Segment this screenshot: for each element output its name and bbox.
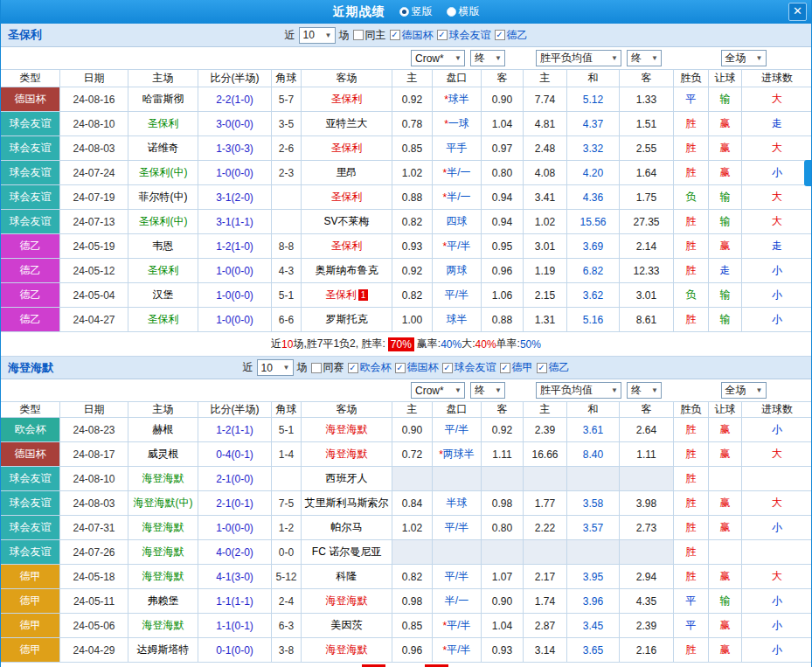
corner-count: 5-12 <box>272 565 302 589</box>
asian-away-odds: 0.92 <box>482 418 524 442</box>
filter-checkbox-德乙[interactable]: ✓德乙 <box>537 360 570 375</box>
euro-odds-select[interactable]: 胜平负均值▼ <box>536 382 621 399</box>
match-row: 德甲24-05-18海登海默4-1(3-0)5-12科隆0.82平/半1.072… <box>1 565 811 589</box>
euro-lose-odds <box>620 467 674 491</box>
filter-checkbox-德国杯[interactable]: ✓德国杯 <box>395 360 439 375</box>
layout-radio-vertical[interactable]: 竖版 <box>399 4 433 19</box>
summary-text: 50% <box>520 338 541 351</box>
handicap-result-flag: 赢 <box>709 234 742 259</box>
corner-count: 0-0 <box>272 540 302 565</box>
filter-checkbox-同主[interactable]: 同主 <box>353 28 386 43</box>
league-badge: 德甲 <box>1 638 60 663</box>
asian-home-odds: 0.92 <box>392 87 433 112</box>
match-row: 德乙24-05-19韦恩1-2(1-0)8-8圣保利0.93*平/半0.953.… <box>1 234 811 259</box>
odds-company-select[interactable]: Crow*▼ <box>411 50 465 66</box>
euro-time-select[interactable]: 终▼ <box>627 382 662 399</box>
asian-away-odds: 1.04 <box>482 614 524 638</box>
chevron-down-icon: ▼ <box>455 54 462 62</box>
league-badge: 球会友谊 <box>1 112 60 136</box>
match-score: 1-1(1-1) <box>198 589 272 614</box>
euro-lose-odds: 1.51 <box>620 112 674 136</box>
asian-home-odds: 1.02 <box>392 516 433 540</box>
match-date: 24-08-10 <box>60 112 128 136</box>
result-flag: 胜 <box>674 638 709 663</box>
corner-count: 4-3 <box>272 259 302 283</box>
col-header-goals: 进球数 <box>742 402 812 418</box>
asian-handicap: 两球 <box>433 259 482 283</box>
match-date: 24-05-12 <box>60 259 128 283</box>
home-team: 圣保利 <box>128 259 198 283</box>
handicap-value: 半/一 <box>447 165 470 180</box>
euro-win-odds <box>524 467 567 491</box>
recent-results-panel: 近期战绩 竖版 横版 ✕ 圣保利 近10▼场同主✓德国杯✓球会友谊✓德乙 Cro… <box>0 0 812 667</box>
summary-text: 40% <box>441 338 462 351</box>
chevron-down-icon: ▼ <box>283 364 290 372</box>
match-date: 24-08-03 <box>60 491 128 516</box>
checkbox-label: 德国杯 <box>407 360 439 375</box>
euro-odds-select[interactable]: 胜平负均值▼ <box>536 50 621 66</box>
close-icon[interactable]: ✕ <box>788 3 807 21</box>
checkbox-icon: ✓ <box>495 30 505 40</box>
summary-badge: 70% <box>388 337 414 351</box>
euro-win-odds: 3.14 <box>524 638 567 663</box>
summary-text: 10 <box>281 338 293 351</box>
col-header-asian-result: 让球 <box>709 70 742 87</box>
odds-time-select[interactable]: 终▼ <box>470 50 505 66</box>
asian-handicap: *球半 <box>433 87 482 112</box>
filter-checkbox-德甲[interactable]: ✓德甲 <box>500 360 533 375</box>
league-badge: 球会友谊 <box>1 540 60 565</box>
asian-handicap: 平/半 <box>433 516 482 540</box>
handicap-result-flag: 赢 <box>709 491 742 516</box>
filter-checkbox-德乙[interactable]: ✓德乙 <box>495 28 528 43</box>
filter-checkbox-同赛[interactable]: 同赛 <box>311 360 344 375</box>
odds-selector-row: Crow*▼ 终▼ 胜平负均值▼ 终▼ 全场▼ <box>1 47 811 70</box>
corner-count: 6-3 <box>272 614 302 638</box>
corner-count: 1-2 <box>272 516 302 540</box>
filter-checkbox-球会友谊[interactable]: ✓球会友谊 <box>442 360 496 375</box>
goals-flag: 走 <box>742 112 812 136</box>
asian-away-odds: 0.94 <box>482 210 524 234</box>
checkbox-icon: ✓ <box>395 363 406 373</box>
match-row: 球会友谊24-08-10海登海默2-1(0-0)西班牙人胜 <box>1 467 811 491</box>
league-badge: 球会友谊 <box>1 467 60 491</box>
league-badge: 德甲 <box>1 614 60 638</box>
asian-handicap: *半/一 <box>433 161 482 185</box>
asian-handicap: *半/一 <box>433 185 482 210</box>
euro-win-odds <box>524 540 567 565</box>
match-date: 24-08-23 <box>60 418 128 442</box>
chevron-down-icon: ▼ <box>756 54 763 62</box>
euro-time-select[interactable]: 终▼ <box>627 50 662 66</box>
match-score: 1-0(0-0) <box>198 259 272 283</box>
handicap-result-flag: 输 <box>709 210 742 234</box>
section-header: 海登海默 近10▼场同赛✓欧会杯✓德国杯✓球会友谊✓德甲✓德乙 <box>1 357 811 379</box>
asian-away-odds: 1.07 <box>482 565 524 589</box>
filter-checkbox-德国杯[interactable]: ✓德国杯 <box>390 28 434 43</box>
recent-count-select[interactable]: 10▼ <box>299 27 336 44</box>
filter-checkbox-欧会杯[interactable]: ✓欧会杯 <box>348 360 392 375</box>
euro-lose-odds: 27.35 <box>620 210 674 234</box>
chevron-down-icon: ▼ <box>651 386 658 394</box>
home-team: 海登海默(中) <box>128 491 198 516</box>
scope-select[interactable]: 全场▼ <box>721 50 767 66</box>
odds-time-select[interactable]: 终▼ <box>470 382 505 399</box>
scope-select[interactable]: 全场▼ <box>721 382 767 399</box>
recent-count-select[interactable]: 10▼ <box>257 359 294 376</box>
handicap-result-flag: 赢 <box>709 418 742 442</box>
chevron-down-icon: ▼ <box>611 54 618 62</box>
goals-flag: 小 <box>742 283 812 308</box>
asian-away-odds: 1.04 <box>482 112 524 136</box>
result-flag: 平 <box>674 614 709 638</box>
side-scroll-handle[interactable] <box>804 160 811 186</box>
goals-flag: 大 <box>742 442 812 467</box>
match-row: 球会友谊24-07-19菲尔特(中)3-1(2-0)圣保利0.88*半/一0.9… <box>1 185 811 210</box>
odds-company-select[interactable]: Crow*▼ <box>411 382 465 399</box>
asian-away-odds: 0.93 <box>482 638 524 663</box>
checkbox-label: 球会友谊 <box>449 28 491 43</box>
filter-checkbox-球会友谊[interactable]: ✓球会友谊 <box>437 28 491 43</box>
away-team: 亚特兰大 <box>302 112 392 136</box>
home-team: 海登海默 <box>128 565 198 589</box>
col-header-corner: 角球 <box>272 70 302 87</box>
goals-flag: 大 <box>742 185 812 210</box>
checkbox-label: 德乙 <box>549 360 570 375</box>
layout-radio-horizontal[interactable]: 横版 <box>447 4 480 19</box>
